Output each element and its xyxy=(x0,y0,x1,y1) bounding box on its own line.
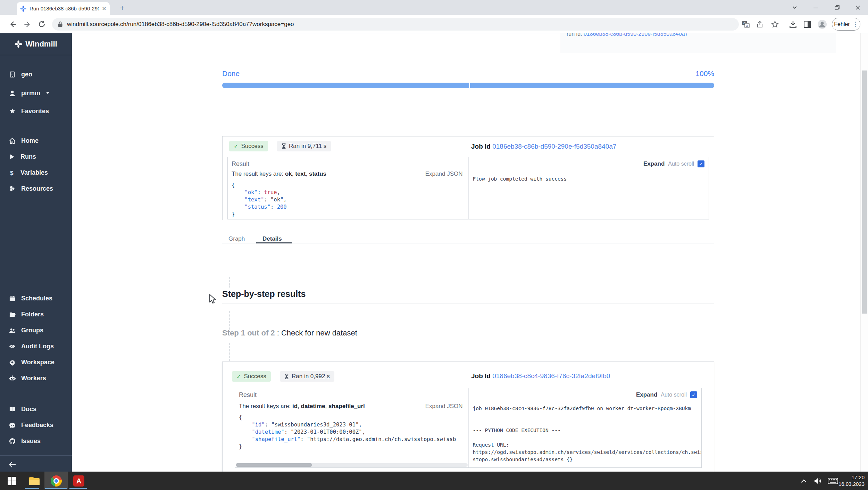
volume-icon[interactable] xyxy=(814,472,822,490)
auto-scroll-checkbox[interactable]: ✓ xyxy=(698,160,704,167)
dollar-icon: $ xyxy=(9,169,15,176)
auto-scroll-label: Auto scroll xyxy=(661,392,687,398)
side-panel-icon[interactable] xyxy=(803,20,811,30)
horizontal-scrollbar[interactable] xyxy=(236,463,468,467)
job-id-row: Job Id 0186eb38-c86b-d590-290e-f5d350a84… xyxy=(471,143,616,150)
browser-tab[interactable]: Run 0186eb38-c86b-d590-290e- ✕ xyxy=(17,2,110,15)
groups-icon xyxy=(9,327,16,334)
scrollbar-thumb[interactable] xyxy=(236,463,312,467)
job-id-link[interactable]: 0186eb38-c8c4-9836-f78c-32fa2def9fb0 xyxy=(492,372,610,380)
tab-graph[interactable]: Graph xyxy=(228,235,245,242)
active-tab-underline xyxy=(256,242,292,243)
github-icon xyxy=(9,438,16,445)
expand-logs-button[interactable]: Expand xyxy=(636,391,657,398)
scrollbar-thumb[interactable] xyxy=(862,70,867,314)
auto-scroll-label: Auto scroll xyxy=(668,161,694,167)
expand-json-button[interactable]: Expand JSON xyxy=(425,171,463,177)
svg-text:$: $ xyxy=(10,169,14,176)
progress-percent: 100% xyxy=(695,69,714,78)
result-label: Result xyxy=(232,160,249,168)
result-label: Result xyxy=(239,391,257,399)
auto-scroll-checkbox[interactable]: ✓ xyxy=(690,391,697,398)
sidebar-item-variables[interactable]: $ Variables xyxy=(0,165,72,181)
gear-icon xyxy=(9,359,16,366)
browser-scrollbar[interactable] xyxy=(860,33,868,472)
address-bar[interactable]: windmill.sourcepole.ch/run/0186eb38-c86b… xyxy=(52,18,739,31)
progress-bar xyxy=(222,83,714,88)
sidebar-item-workspace-geo[interactable]: geo xyxy=(0,66,72,82)
back-icon[interactable] xyxy=(8,20,17,30)
step1-log: job 0186eb38-c8c4-9836-f78c-32fa2def9fb0… xyxy=(473,405,702,463)
reload-icon[interactable] xyxy=(37,20,46,30)
lock-icon xyxy=(58,21,63,27)
sidebar-item-workers[interactable]: Workers xyxy=(0,370,72,386)
window-close-button[interactable] xyxy=(853,3,863,13)
tab-details[interactable]: Details xyxy=(262,235,282,242)
keyboard-icon[interactable] xyxy=(828,472,838,490)
sidebar-collapse-button[interactable] xyxy=(0,456,72,470)
duration-badge: Ran in 9,711 s xyxy=(277,141,331,151)
sidebar-item-home[interactable]: Home xyxy=(0,133,72,149)
windmill-favicon xyxy=(20,6,26,12)
sidebar-item-workspace-settings[interactable]: Workspace xyxy=(0,354,72,370)
sidebar-item-docs[interactable]: Docs xyxy=(0,401,72,417)
sidebar-item-feedbacks[interactable]: Feedbacks xyxy=(0,417,72,433)
progress-status: Done xyxy=(222,69,240,78)
chevron-down-icon xyxy=(46,92,50,95)
discord-icon xyxy=(9,422,16,429)
divider xyxy=(222,304,714,304)
sidebar: Windmill geo pirmin Favorites Home Runs … xyxy=(0,33,72,472)
tab-search-icon[interactable] xyxy=(790,3,800,13)
tab-close-icon[interactable]: ✕ xyxy=(102,6,106,11)
result-json: { "ok": true, "text": "ok", "status": 20… xyxy=(232,182,287,218)
calendar-icon xyxy=(9,295,16,302)
browser-error-button[interactable]: Fehler ⋮ xyxy=(832,18,860,31)
bookmark-star-icon[interactable] xyxy=(771,20,779,30)
menu-dots-icon[interactable]: ⋮ xyxy=(852,20,858,28)
tray-chevron-icon[interactable] xyxy=(801,472,807,490)
job-id-link[interactable]: 0186eb38-c86b-d590-290e-f5d350a840a7 xyxy=(492,143,616,150)
expand-json-button[interactable]: Expand JSON xyxy=(425,403,463,410)
flow-log: Flow job completed with success xyxy=(473,175,567,183)
step-connector xyxy=(229,311,229,330)
window-minimize-button[interactable] xyxy=(810,3,821,13)
result-pane: Result The result keys are: id, datetime… xyxy=(235,388,468,467)
result-pane: Result The result keys are: ok, text, st… xyxy=(228,157,468,219)
star-icon xyxy=(9,108,16,115)
sidebar-item-schedules[interactable]: Schedules xyxy=(0,290,72,306)
result-box: Result The result keys are: id, datetime… xyxy=(235,388,702,468)
new-tab-button[interactable]: + xyxy=(117,3,127,13)
step1-title: Step 1 out of 2 : Check for new dataset xyxy=(222,329,357,338)
sidebar-item-issues[interactable]: Issues xyxy=(0,433,72,449)
sidebar-item-groups[interactable]: Groups xyxy=(0,322,72,338)
translate-icon[interactable]: Ga xyxy=(742,20,750,30)
expand-logs-button[interactable]: Expand xyxy=(643,160,665,167)
building-icon xyxy=(9,71,16,78)
sidebar-item-audit-logs[interactable]: Audit Logs xyxy=(0,338,72,354)
file-explorer-icon[interactable] xyxy=(28,474,41,488)
result-box: Result The result keys are: ok, text, st… xyxy=(227,157,709,219)
profile-avatar[interactable] xyxy=(817,19,827,31)
sidebar-item-favorites[interactable]: Favorites xyxy=(0,103,72,119)
taskbar-clock[interactable]: 17:20 16.03.2023 xyxy=(838,474,865,487)
job-id-row: Job Id 0186eb38-c8c4-9836-f78c-32fa2def9… xyxy=(471,372,610,380)
sidebar-item-resources[interactable]: Resources xyxy=(0,181,72,197)
sidebar-item-runs[interactable]: Runs xyxy=(0,149,72,165)
chrome-icon[interactable] xyxy=(50,474,63,488)
sidebar-item-folders[interactable]: Folders xyxy=(0,306,72,322)
check-icon: ✓ xyxy=(234,143,238,150)
download-icon[interactable] xyxy=(788,20,798,30)
forward-icon[interactable] xyxy=(23,20,32,30)
resources-icon xyxy=(9,185,16,192)
windmill-brand[interactable]: Windmill xyxy=(0,33,72,55)
success-badge: ✓ Success xyxy=(232,371,271,382)
start-button[interactable] xyxy=(8,477,16,485)
main-content: run id: 0186eb38-c86b-d590-290e-f5d350a8… xyxy=(72,33,868,472)
step-connector xyxy=(229,277,229,288)
share-icon[interactable] xyxy=(756,20,765,30)
logs-pane: Expand Auto scroll ✓ Flow job completed … xyxy=(468,157,709,219)
acrobat-icon[interactable]: A xyxy=(72,474,85,488)
sidebar-item-user[interactable]: pirmin xyxy=(0,85,72,101)
browser-toolbar: windmill.sourcepole.ch/run/0186eb38-c86b… xyxy=(0,15,868,33)
window-restore-button[interactable] xyxy=(832,3,842,13)
